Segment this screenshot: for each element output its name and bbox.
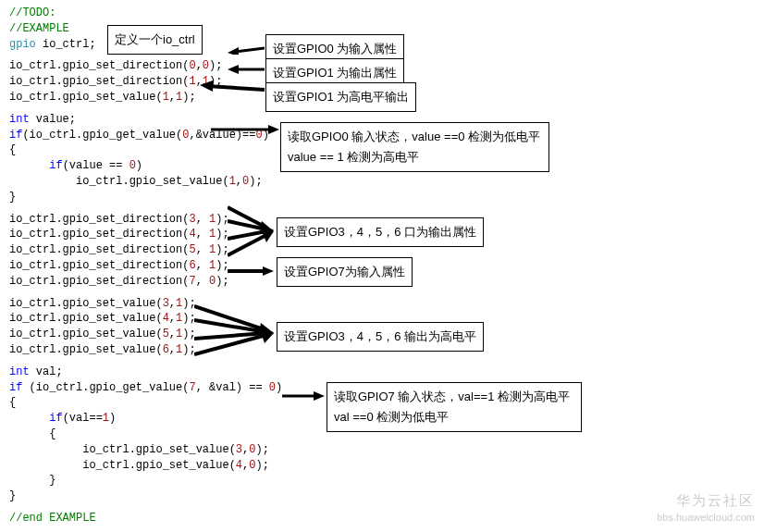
svg-line-0 (235, 48, 265, 52)
svg-line-14 (228, 235, 266, 255)
svg-line-4 (207, 86, 265, 90)
arrow-icon (228, 62, 265, 76)
svg-marker-17 (263, 266, 274, 276)
annotation-read-gpio7: 读取GPIO7 输入状态，val==1 检测为高电平 val ==0 检测为低电… (327, 382, 582, 432)
annotation-read-gpio0: 读取GPIO0 输入状态，value ==0 检测为低电平 value == 1… (280, 122, 549, 172)
txt: gpio (9, 38, 36, 51)
annotation-gpio3456-high: 设置GPIO3，4，5，6 输出为高电平 (277, 322, 484, 352)
code-line: io_ctrl.gpio_set_value(1,0); (9, 174, 755, 190)
code-line: //end EXAMPLE (9, 511, 755, 526)
annotation-gpio1-high: 设置GPIO1 为高电平输出 (265, 82, 416, 112)
svg-line-24 (194, 335, 266, 354)
watermark-url: bbs.huaweicloud.com (657, 511, 755, 525)
arrow-icon (200, 80, 265, 94)
code-line: io_ctrl.gpio_set_value(4,0); (9, 458, 755, 474)
code-line: } (9, 190, 755, 205)
code-line: } (9, 489, 755, 504)
annotation-gpio7-in: 设置GPIO7为输入属性 (277, 257, 413, 287)
svg-marker-3 (228, 65, 239, 74)
code-line: io_ctrl.gpio_set_value(3,0); (9, 442, 755, 458)
arrow-icon (228, 41, 265, 55)
arrow-icon (228, 229, 274, 259)
watermark-title: 华为云社区 (676, 490, 755, 510)
code-line: } (9, 473, 755, 489)
svg-marker-25 (261, 332, 274, 343)
code-line: //TODO: (9, 6, 755, 21)
txt: //EXAMPLE (9, 22, 69, 35)
arrow-icon (228, 264, 274, 278)
annotation-define: 定义一个io_ctrl (107, 25, 203, 55)
svg-marker-27 (314, 391, 325, 401)
txt: io_ctrl; (36, 38, 96, 51)
svg-marker-7 (268, 125, 279, 134)
svg-marker-5 (200, 80, 213, 92)
annotation-gpio3456-out: 设置GPIO3，4，5，6 口为输出属性 (277, 217, 484, 247)
code-line: io_ctrl.gpio_set_value(3,1); (9, 296, 755, 312)
code-line: int val; (9, 365, 755, 380)
arrow-icon (194, 331, 274, 357)
arrow-icon (282, 389, 325, 402)
svg-marker-1 (228, 47, 239, 55)
arrow-icon (211, 122, 279, 136)
